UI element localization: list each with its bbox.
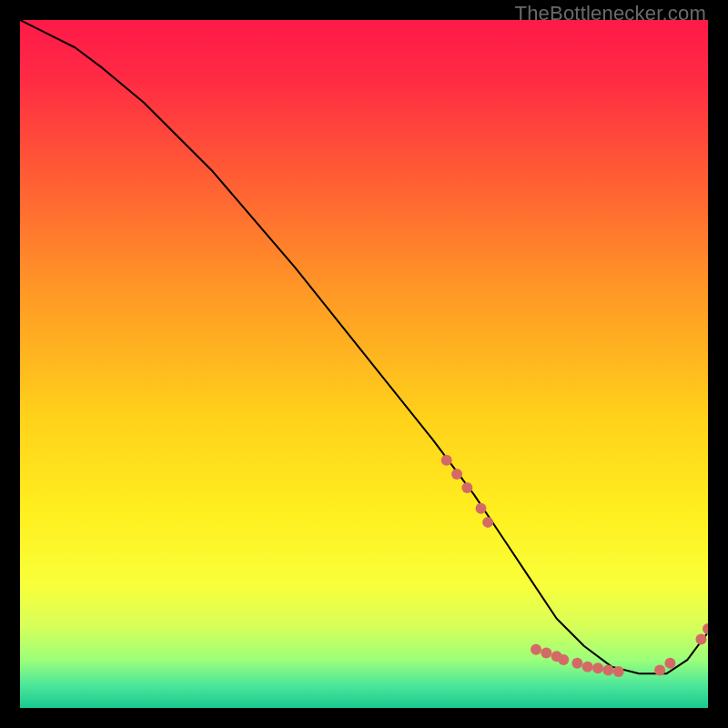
curve-marker (602, 664, 613, 675)
curve-marker (476, 503, 487, 514)
curve-marker (571, 658, 582, 669)
curve-marker (461, 482, 472, 493)
curve-marker (441, 455, 452, 466)
curve-marker (582, 662, 593, 672)
curve-marker (695, 633, 706, 644)
curve-marker (451, 469, 462, 480)
curve-marker (531, 644, 541, 655)
gradient-background (20, 20, 708, 708)
curve-marker (482, 517, 493, 528)
plot-area (20, 20, 708, 708)
curve-marker (664, 658, 675, 669)
curve-marker (558, 654, 569, 665)
curve-marker (613, 666, 624, 677)
bottleneck-chart (20, 20, 708, 708)
curve-marker (592, 662, 603, 673)
chart-stage: TheBottlenecker.com (0, 0, 728, 728)
curve-marker (541, 648, 551, 659)
curve-marker (654, 664, 665, 675)
